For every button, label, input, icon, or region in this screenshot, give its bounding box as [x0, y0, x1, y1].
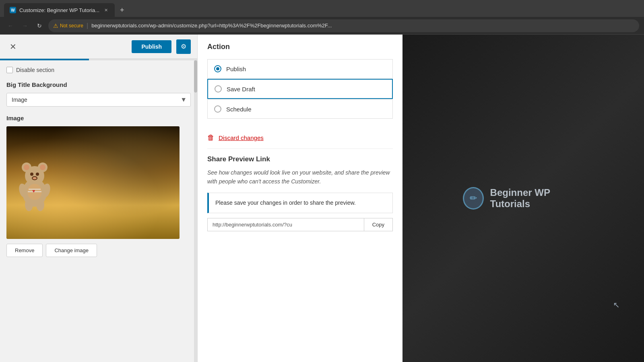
publish-option-label: Publish: [226, 66, 246, 72]
tab-favicon: W: [10, 7, 16, 13]
nav-bar: ← → ↻ ⚠ Not secure | beginnerwptutorials…: [0, 17, 644, 35]
tab-bar: W Customize: Beginner WP Tutoria... ✕ +: [0, 0, 644, 17]
schedule-radio: [214, 105, 221, 113]
close-button[interactable]: ✕: [6, 40, 19, 53]
big-title-background-label: Big Title Background: [6, 81, 191, 88]
save-draft-radio: [215, 85, 222, 93]
publish-button[interactable]: Publish: [132, 40, 171, 53]
back-button[interactable]: ←: [5, 20, 16, 31]
svg-text:♥: ♥: [32, 188, 35, 194]
save-draft-option[interactable]: Save Draft: [207, 79, 393, 99]
svg-point-9: [33, 177, 37, 179]
scrollbar-track: [194, 60, 197, 362]
customizer-panel: ✕ Publish ⚙ Disable section Big Title Ba…: [0, 35, 197, 362]
background-dropdown[interactable]: Image: [6, 93, 191, 107]
copy-button[interactable]: Copy: [364, 218, 393, 231]
change-image-button[interactable]: Change image: [46, 244, 97, 257]
schedule-option[interactable]: Schedule: [207, 99, 393, 119]
share-preview-description: See how changes would look live on your …: [207, 168, 393, 186]
preview-logo: ✏ Beginner WP Tutorials: [463, 187, 584, 210]
warning-icon: ⚠: [53, 23, 58, 29]
customizer-body: Disable section Big Title Background Ima…: [0, 60, 197, 362]
gear-icon: ⚙: [181, 43, 186, 50]
image-preview-inner: ♥: [6, 126, 180, 239]
svg-point-13: [25, 198, 33, 211]
schedule-option-label: Schedule: [226, 106, 252, 113]
tab-close-button[interactable]: ✕: [103, 7, 109, 13]
scrollbar-thumb[interactable]: [194, 60, 197, 93]
save-notice-box: Please save your changes in order to sha…: [207, 193, 393, 213]
action-section: Action Publish Save Draft Schedule: [198, 35, 402, 127]
refresh-button[interactable]: ↻: [34, 20, 45, 31]
dropdown-wrapper: Image ▼: [6, 93, 191, 107]
tab-title: Customize: Beginner WP Tutoria...: [19, 7, 99, 13]
disable-section-checkbox[interactable]: [6, 67, 13, 73]
svg-point-4: [24, 165, 29, 170]
publish-radio: [214, 65, 221, 72]
new-tab-button[interactable]: +: [116, 4, 128, 16]
active-tab[interactable]: W Customize: Beginner WP Tutoria... ✕: [4, 3, 115, 17]
teddy-bear-image: ♥: [14, 152, 55, 213]
address-separator: |: [87, 22, 88, 29]
security-warning: ⚠ Not secure: [53, 23, 83, 29]
svg-point-6: [30, 173, 33, 176]
save-draft-option-label: Save Draft: [227, 86, 255, 93]
image-preview: ♥: [6, 126, 180, 239]
publish-option[interactable]: Publish: [207, 59, 393, 78]
svg-point-5: [40, 165, 45, 170]
image-buttons: Remove Change image: [6, 244, 191, 257]
action-title: Action: [207, 43, 393, 51]
disable-section-row: Disable section: [6, 67, 191, 73]
address-text: beginnerwptutorials.com/wp-admin/customi…: [91, 23, 332, 29]
preview-site-icon: ✏: [463, 187, 484, 210]
discard-link[interactable]: Discard changes: [219, 134, 264, 141]
security-text: Not secure: [60, 23, 83, 29]
forward-button[interactable]: →: [19, 20, 31, 31]
svg-point-7: [36, 173, 39, 176]
customizer-header: ✕ Publish ⚙: [0, 35, 197, 59]
action-panel: Action Publish Save Draft Schedule 🗑 Dis…: [197, 35, 402, 362]
svg-point-14: [36, 198, 44, 211]
main-content: ✕ Publish ⚙ Disable section Big Title Ba…: [0, 35, 644, 362]
image-section-title: Image: [6, 115, 191, 121]
remove-image-button[interactable]: Remove: [6, 244, 43, 257]
trash-icon: 🗑: [207, 134, 215, 142]
url-copy-row: Copy: [207, 218, 393, 231]
discard-section: 🗑 Discard changes: [198, 127, 402, 148]
share-section: Share Preview Link See how changes would…: [198, 149, 402, 231]
disable-section-label: Disable section: [16, 67, 54, 73]
pencil-icon: ✏: [470, 193, 477, 204]
address-bar[interactable]: ⚠ Not secure | beginnerwptutorials.com/w…: [48, 19, 639, 32]
share-preview-title: Share Preview Link: [207, 155, 393, 163]
preview-area: ✏ Beginner WP Tutorials ↖: [402, 35, 644, 362]
preview-site-title: Beginner WP Tutorials: [490, 187, 584, 210]
browser-chrome: W Customize: Beginner WP Tutoria... ✕ + …: [0, 0, 644, 35]
mouse-cursor-icon: ↖: [613, 300, 620, 310]
save-notice-text: Please save your changes in order to sha…: [215, 200, 356, 206]
gear-button[interactable]: ⚙: [176, 39, 191, 54]
preview-url-input[interactable]: [207, 218, 364, 231]
